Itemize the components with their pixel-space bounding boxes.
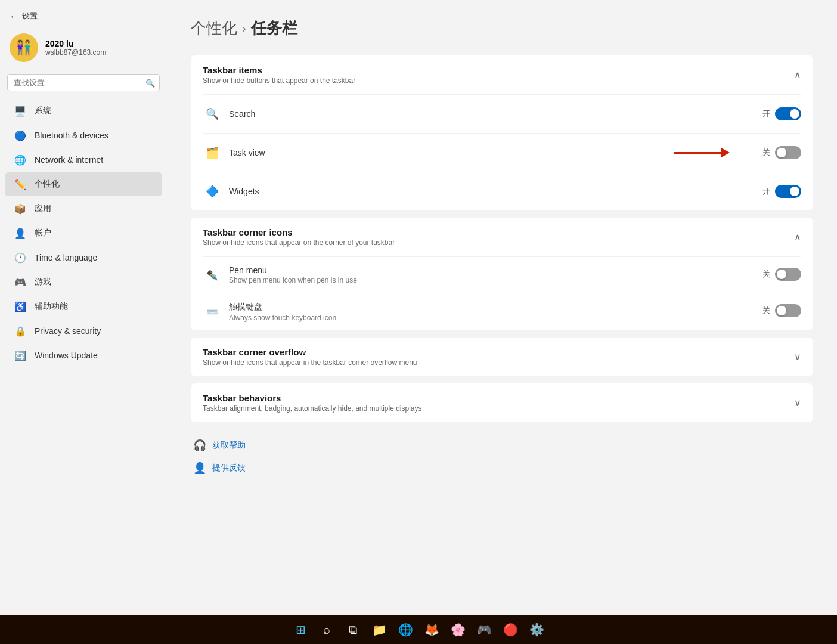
taskbar-icon-taskview[interactable]: ⧉ bbox=[341, 618, 365, 642]
search-input[interactable] bbox=[7, 74, 160, 91]
section-taskbar-corner-overflow: Taskbar corner overflow Show or hide ico… bbox=[191, 338, 813, 376]
section-chevron-taskbar-behaviors: ∨ bbox=[794, 397, 801, 408]
arrow-head bbox=[721, 148, 730, 157]
footer-link-get-help[interactable]: 🎧 获取帮助 bbox=[193, 434, 811, 457]
back-button[interactable]: ← 设置 bbox=[0, 6, 167, 26]
section-chevron-taskbar-corner-overflow: ∨ bbox=[794, 351, 801, 363]
section-subtitle-taskbar-corner-overflow: Show or hide icons that appear in the ta… bbox=[203, 358, 417, 367]
section-header-taskbar-corner-overflow[interactable]: Taskbar corner overflow Show or hide ico… bbox=[191, 338, 813, 376]
red-arrow bbox=[674, 148, 730, 157]
sidebar-item-time[interactable]: 🕐 Time & language bbox=[5, 246, 162, 270]
taskbar-symbol-search: ⌕ bbox=[323, 623, 330, 637]
nav-label-gaming: 游戏 bbox=[35, 277, 51, 287]
section-chevron-taskbar-items: ∧ bbox=[794, 69, 801, 80]
breadcrumb-current: 任务栏 bbox=[251, 18, 297, 39]
nav-label-bluetooth: Bluetooth & devices bbox=[35, 131, 108, 140]
sidebar-item-apps[interactable]: 📦 应用 bbox=[5, 197, 162, 221]
section-title-taskbar-corner-icons: Taskbar corner icons bbox=[203, 227, 395, 237]
taskbar-icon-app3[interactable]: 🔴 bbox=[498, 618, 522, 642]
section-header-taskbar-items[interactable]: Taskbar items Show or hide buttons that … bbox=[191, 55, 813, 94]
breadcrumb-separator: › bbox=[242, 21, 246, 35]
sidebar-item-accounts[interactable]: 👤 帐户 bbox=[5, 221, 162, 245]
toggle-label-widgets: 开 bbox=[762, 186, 770, 197]
sub-row-right-touch-keyboard: 关 bbox=[762, 304, 801, 317]
sub-row-icon-pen-menu: ✒️ bbox=[203, 265, 222, 284]
section-title-taskbar-corner-overflow: Taskbar corner overflow bbox=[203, 347, 417, 357]
taskbar-icon-browser2[interactable]: 🦊 bbox=[420, 618, 444, 642]
sidebar-item-update[interactable]: 🔄 Windows Update bbox=[5, 343, 162, 367]
toggle-widgets[interactable] bbox=[775, 185, 801, 198]
section-header-taskbar-corner-icons[interactable]: Taskbar corner icons Show or hide icons … bbox=[191, 218, 813, 256]
footer-links: 🎧 获取帮助 👤 提供反馈 bbox=[191, 434, 813, 479]
taskbar-icon-app1[interactable]: 🌸 bbox=[446, 618, 470, 642]
sidebar-item-gaming[interactable]: 🎮 游戏 bbox=[5, 270, 162, 294]
sub-row-icon-touch-keyboard: ⌨️ bbox=[203, 302, 222, 321]
nav-icon-personalization: ✏️ bbox=[14, 178, 26, 190]
section-taskbar-corner-icons: Taskbar corner icons Show or hide icons … bbox=[191, 218, 813, 330]
back-icon: ← bbox=[10, 12, 17, 21]
nav-label-personalization: 个性化 bbox=[35, 179, 60, 190]
toggle-taskview[interactable] bbox=[775, 146, 801, 159]
user-profile: 👫 2020 lu wslbb87@163.com bbox=[0, 26, 167, 74]
nav-label-accounts: 帐户 bbox=[35, 228, 51, 239]
sidebar: ← 设置 👫 2020 lu wslbb87@163.com 🔍 🖥️ 系统 🔵… bbox=[0, 0, 167, 615]
row-icon-taskview: 🗂️ bbox=[203, 143, 222, 162]
taskbar-icon-fileexplorer[interactable]: 📁 bbox=[367, 618, 391, 642]
section-header-taskbar-behaviors[interactable]: Taskbar behaviors Taskbar alignment, bad… bbox=[191, 383, 813, 422]
toggle-knob-search bbox=[790, 109, 799, 119]
sidebar-item-accessibility[interactable]: ♿ 辅助功能 bbox=[5, 295, 162, 318]
sub-toggle-touch-keyboard[interactable] bbox=[775, 304, 801, 317]
nav-label-time: Time & language bbox=[35, 253, 97, 262]
footer-label-get-help: 获取帮助 bbox=[212, 440, 246, 451]
user-info: 2020 lu wslbb87@163.com bbox=[45, 39, 106, 57]
sidebar-item-system[interactable]: 🖥️ 系统 bbox=[5, 99, 162, 123]
nav-icon-apps: 📦 bbox=[14, 203, 26, 215]
taskbar-icon-start[interactable]: ⊞ bbox=[289, 618, 312, 642]
taskbar-icon-search[interactable]: ⌕ bbox=[315, 618, 339, 642]
sub-row-content-pen-menu: Pen menu Show pen menu icon when pen is … bbox=[229, 265, 762, 284]
setting-row-taskview: 🗂️ Task view 关 bbox=[203, 133, 801, 172]
sidebar-item-personalization[interactable]: ✏️ 个性化 bbox=[5, 172, 162, 196]
nav-icon-accounts: 👤 bbox=[14, 227, 26, 239]
sidebar-item-network[interactable]: 🌐 Network & internet bbox=[5, 148, 162, 172]
setting-row-widgets: 🔷 Widgets 开 bbox=[203, 172, 801, 210]
nav-label-accessibility: 辅助功能 bbox=[35, 301, 68, 312]
toggle-search[interactable] bbox=[775, 107, 801, 120]
section-taskbar-behaviors: Taskbar behaviors Taskbar alignment, bad… bbox=[191, 383, 813, 422]
user-email: wslbb87@163.com bbox=[45, 48, 106, 57]
sub-row-right-pen-menu: 关 bbox=[762, 268, 801, 281]
nav-icon-accessibility: ♿ bbox=[14, 301, 26, 312]
footer-link-feedback[interactable]: 👤 提供反馈 bbox=[193, 457, 811, 479]
footer-icon-feedback: 👤 bbox=[193, 462, 206, 475]
nav-icon-privacy: 🔒 bbox=[14, 325, 26, 337]
main-content: 个性化 › 任务栏 Taskbar items Show or hide but… bbox=[167, 0, 837, 615]
sub-row-touch-keyboard: ⌨️ 触摸键盘 Always show touch keyboard icon … bbox=[203, 293, 801, 330]
sub-toggle-pen-menu[interactable] bbox=[775, 268, 801, 281]
sub-row-subtitle-pen-menu: Show pen menu icon when pen is in use bbox=[229, 276, 762, 284]
taskbar-icon-app2[interactable]: 🎮 bbox=[472, 618, 496, 642]
window-title: 设置 bbox=[22, 11, 38, 21]
sidebar-item-bluetooth[interactable]: 🔵 Bluetooth & devices bbox=[5, 123, 162, 147]
taskbar-icon-browser1[interactable]: 🌐 bbox=[393, 618, 417, 642]
taskbar-icon-settings[interactable]: ⚙️ bbox=[525, 618, 548, 642]
sub-row-pen-menu: ✒️ Pen menu Show pen menu icon when pen … bbox=[203, 256, 801, 293]
sidebar-item-privacy[interactable]: 🔒 Privacy & security bbox=[5, 319, 162, 343]
section-subtitle-taskbar-items: Show or hide buttons that appear on the … bbox=[203, 76, 355, 85]
section-subtitle-taskbar-behaviors: Taskbar alignment, badging, automaticall… bbox=[203, 404, 422, 413]
breadcrumb-parent: 个性化 bbox=[191, 18, 237, 39]
search-icon: 🔍 bbox=[145, 78, 155, 87]
sub-toggle-knob-touch-keyboard bbox=[777, 306, 786, 315]
row-right-taskview: 关 bbox=[762, 146, 801, 159]
sub-row-content-touch-keyboard: 触摸键盘 Always show touch keyboard icon bbox=[229, 302, 762, 322]
section-body-taskbar-corner-icons: ✒️ Pen menu Show pen menu icon when pen … bbox=[191, 256, 813, 330]
nav-icon-time: 🕐 bbox=[14, 252, 26, 264]
section-taskbar-items: Taskbar items Show or hide buttons that … bbox=[191, 55, 813, 210]
section-title-taskbar-items: Taskbar items bbox=[203, 65, 355, 75]
taskbar-symbol-start: ⊞ bbox=[296, 623, 306, 637]
taskbar-symbol-app3: 🔴 bbox=[503, 623, 518, 637]
row-right-widgets: 开 bbox=[762, 185, 801, 198]
sections-container: Taskbar items Show or hide buttons that … bbox=[191, 55, 813, 422]
sub-row-title-pen-menu: Pen menu bbox=[229, 265, 762, 275]
taskbar: ⊞⌕⧉📁🌐🦊🌸🎮🔴⚙️ bbox=[0, 615, 837, 644]
sub-toggle-label-pen-menu: 关 bbox=[762, 269, 770, 280]
